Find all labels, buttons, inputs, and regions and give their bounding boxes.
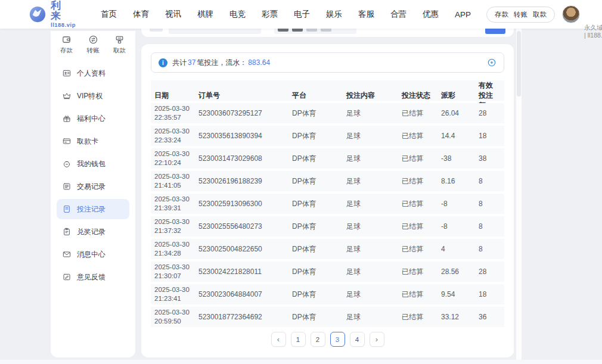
cell-order: 5230023064884007 [198, 290, 292, 298]
next-page-button[interactable]: › [370, 332, 384, 347]
nav-item-4[interactable]: 电竞 [229, 9, 246, 20]
sidebar-item-bets[interactable]: 投注记录 [57, 199, 129, 219]
cell-order: 5230026196188239 [198, 177, 292, 185]
cell-valid-amount: 18 [479, 132, 503, 140]
scrollbar-track[interactable] [516, 29, 522, 364]
transfer-icon [88, 35, 98, 45]
sidebar-item-messages[interactable]: 消息中心 [57, 244, 129, 265]
cell-payout: -8 [441, 222, 479, 231]
nav-item-11[interactable]: APP [455, 10, 471, 19]
cell-content: 足球 [346, 131, 402, 141]
cell-order: 5230035613890394 [198, 132, 292, 140]
page-button-3[interactable]: 3 [330, 332, 345, 347]
bets-icon [62, 204, 72, 214]
summary-text: 共计37笔投注，流水：883.64 [172, 58, 271, 68]
page-button-4[interactable]: 4 [350, 332, 365, 347]
cell-status: 已结算 [402, 312, 441, 322]
cell-order: 5230036073295127 [198, 109, 292, 117]
table-row[interactable]: 2025-03-3021:39:31 5230025913096300 DP体育… [151, 194, 504, 214]
table-row[interactable]: 2025-03-3021:41:05 5230026196188239 DP体育… [151, 171, 504, 191]
deposit-icon [61, 35, 72, 45]
sidebar-item-welfare[interactable]: 福利中心 [57, 108, 129, 129]
nav-item-6[interactable]: 电子 [294, 9, 310, 20]
table-row[interactable]: 2025-03-3020:59:50 5230018772364692 DP体育… [151, 307, 504, 327]
cell-content: 足球 [346, 290, 402, 300]
page-button-2[interactable]: 2 [311, 332, 325, 347]
sidebar-item-prizes[interactable]: 兑奖记录 [57, 222, 129, 242]
nav-item-5[interactable]: 彩票 [262, 9, 278, 20]
cell-date: 2025-03-3021:39:31 [154, 195, 198, 213]
sidebar-item-label: 意见反馈 [77, 272, 105, 282]
cell-status: 已结算 [402, 131, 441, 141]
table-row[interactable]: 2025-03-3022:35:57 5230036073295127 DP体育… [151, 103, 504, 123]
cell-platform: DP体育 [292, 244, 346, 254]
vip-icon [62, 91, 72, 101]
table-row[interactable]: 2025-03-3021:34:28 5230025004822650 DP体育… [151, 239, 504, 259]
nav-item-2[interactable]: 视讯 [165, 9, 181, 20]
column-header: 投注内容 [346, 91, 402, 101]
plus-circle-icon[interactable] [487, 58, 497, 67]
avatar[interactable] [562, 5, 580, 23]
quick-action-withdraw[interactable]: 取款 [113, 35, 126, 55]
main-nav: 首页体育视讯棋牌电竞彩票电子娱乐客服合营优惠APP [101, 9, 471, 20]
pagination: ‹1234› [151, 332, 504, 351]
cell-platform: DP体育 [292, 222, 346, 232]
cell-date: 2025-03-3020:59:50 [154, 308, 198, 326]
cell-content: 足球 [346, 312, 402, 322]
page-button-1[interactable]: 1 [291, 332, 306, 347]
sidebar-item-vip[interactable]: VIP特权 [57, 86, 129, 106]
nav-item-8[interactable]: 客服 [358, 9, 374, 20]
nav-item-0[interactable]: 首页 [101, 9, 117, 20]
cell-platform: DP体育 [292, 199, 346, 209]
nav-item-1[interactable]: 体育 [133, 9, 149, 20]
cell-platform: DP体育 [292, 108, 346, 119]
summary-bar: i 共计37笔投注，流水：883.64 [151, 52, 504, 73]
cell-content: 足球 [346, 108, 402, 119]
sidebar-item-bank-card[interactable]: 取款卡 [57, 131, 129, 151]
cell-status: 已结算 [402, 199, 441, 209]
cell-payout: 8.16 [441, 177, 479, 185]
sidebar-item-feedback[interactable]: 意见反馈 [57, 267, 129, 287]
sidebar-item-transactions[interactable]: 交易记录 [57, 176, 129, 197]
cell-valid-amount: 36 [479, 313, 503, 321]
nav-item-7[interactable]: 娱乐 [326, 9, 342, 20]
cell-content: 足球 [346, 176, 402, 186]
cell-valid-amount: 8 [479, 222, 503, 231]
sidebar-item-label: VIP特权 [77, 91, 103, 101]
sidebar-item-profile[interactable]: 个人资料 [57, 63, 129, 83]
table-row[interactable]: 2025-03-3022:33:24 5230035613890394 DP体育… [151, 126, 504, 146]
table-header-row: 日期订单号平台投注内容投注状态派彩有效投注额 [151, 80, 504, 101]
sidebar-item-wallet[interactable]: 我的钱包 [57, 154, 129, 174]
wallet-actions-pill: 存款转账取款 [486, 7, 555, 23]
messages-icon [62, 250, 72, 259]
nav-item-3[interactable]: 棋牌 [197, 9, 213, 20]
cell-content: 足球 [346, 222, 402, 232]
scrollbar-thumb[interactable] [517, 31, 521, 97]
cell-order: 5230025004822650 [198, 245, 292, 253]
sidebar-item-label: 福利中心 [77, 114, 105, 124]
quick-action-transfer[interactable]: 转账 [87, 35, 100, 55]
bets-table: 日期订单号平台投注内容投注状态派彩有效投注额 2025-03-3022:35:5… [151, 80, 504, 329]
prev-page-button[interactable]: ‹ [271, 332, 286, 347]
sidebar-item-label: 个人资料 [77, 69, 105, 79]
table-row[interactable]: 2025-03-3021:37:32 5230025556480273 DP体育… [151, 216, 504, 237]
pill-action-1[interactable]: 转账 [514, 10, 527, 19]
cell-date: 2025-03-3021:41:05 [154, 172, 198, 190]
table-row[interactable]: 2025-03-3021:23:41 5230023064884007 DP体育… [151, 284, 504, 304]
info-icon: i [159, 58, 167, 67]
cell-payout: 4 [441, 245, 479, 253]
pill-action-0[interactable]: 存款 [495, 10, 508, 19]
nav-item-9[interactable]: 合营 [390, 9, 406, 20]
pill-action-2[interactable]: 取款 [533, 10, 547, 19]
table-row[interactable]: 2025-03-3022:10:24 5230031473029608 DP体育… [151, 148, 504, 169]
user-block[interactable]: anxin3399 总资产：1363.49元 永久域名：ll188.vip | … [562, 0, 602, 39]
cell-valid-amount: 28 [479, 267, 503, 276]
quick-action-deposit[interactable]: 存款 [60, 35, 73, 55]
nav-item-10[interactable]: 优惠 [423, 9, 439, 20]
feedback-icon [62, 272, 72, 282]
brand-logo[interactable]: 利 来 ll188.vip [29, 1, 76, 28]
cell-platform: DP体育 [292, 312, 346, 322]
table-row[interactable]: 2025-03-3021:30:07 5230024221828011 DP体育… [151, 262, 504, 282]
turnover-value: 883.64 [247, 58, 271, 67]
transactions-icon [62, 182, 72, 191]
